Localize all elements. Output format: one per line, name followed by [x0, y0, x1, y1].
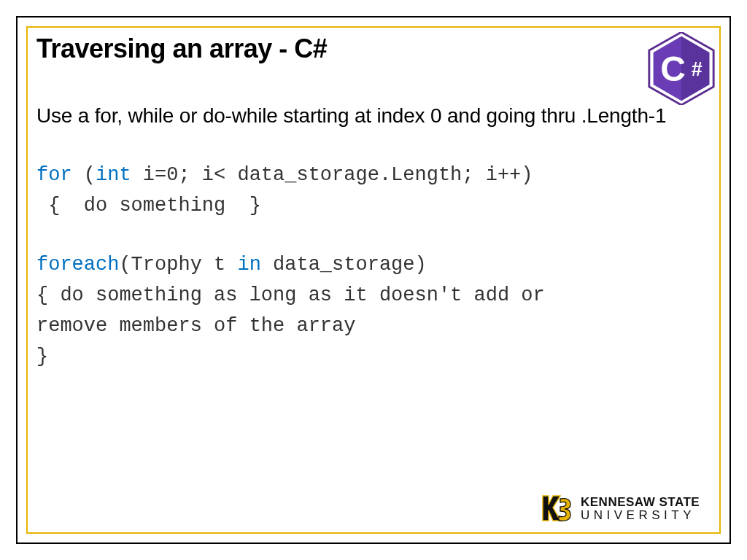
csharp-c-letter: C	[660, 50, 686, 88]
ksu-line1: KENNESAW STATE	[581, 496, 700, 508]
code-text: { do something }	[36, 195, 261, 217]
code-text: remove members of the array	[36, 311, 711, 342]
ksu-line2: UNIVERSITY	[581, 509, 700, 521]
slide-content: Traversing an array - C# Use a for, whil…	[36, 34, 711, 373]
code-text: i=0; i< data_storage.Length; i++)	[131, 164, 533, 186]
kennesaw-state-logo: KENNESAW STATE UNIVERSITY	[538, 489, 713, 528]
ksu-mark-icon	[538, 490, 575, 526]
ksu-text: KENNESAW STATE UNIVERSITY	[581, 496, 700, 521]
csharp-hash: #	[692, 58, 703, 80]
csharp-logo-icon: C #	[646, 32, 716, 105]
code-text: }	[36, 342, 711, 373]
code-example-foreach: foreach(Trophy t in data_storage) { do s…	[36, 250, 711, 372]
code-text: (	[72, 164, 96, 186]
code-text: { do something as long as it doesn't add…	[36, 281, 711, 311]
keyword-int: int	[96, 164, 131, 186]
code-example-for: for (int i=0; i< data_storage.Length; i+…	[36, 160, 711, 222]
keyword-foreach: foreach	[36, 254, 119, 276]
keyword-for: for	[36, 164, 72, 186]
slide-title: Traversing an array - C#	[36, 34, 711, 64]
code-text: (Trophy t	[119, 254, 237, 276]
keyword-in: in	[237, 254, 260, 276]
code-text: data_storage)	[261, 254, 427, 276]
slide-subtitle: Use a for, while or do-while starting at…	[36, 102, 711, 130]
